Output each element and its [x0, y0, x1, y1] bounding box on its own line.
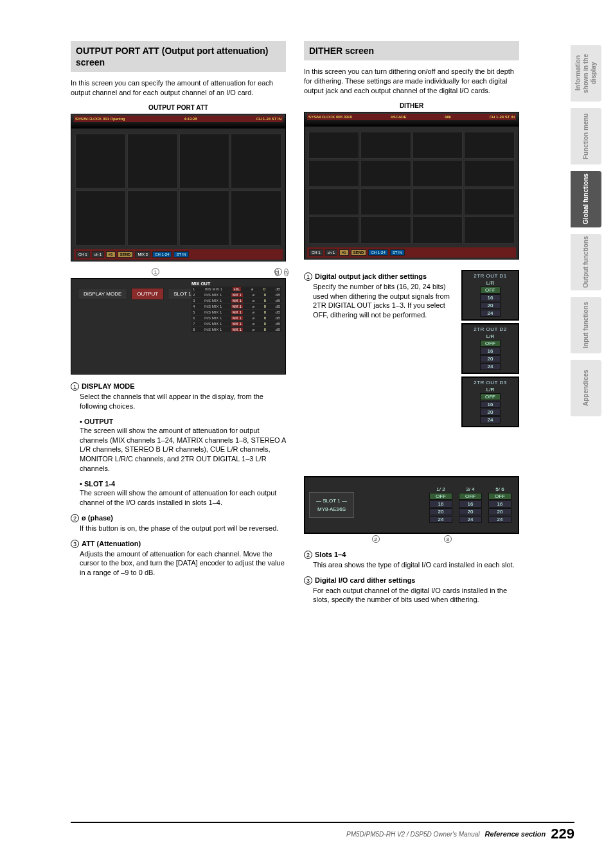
screen-block — [75, 190, 126, 245]
dither-panel-d1: 2TR OUT D1 L/R OFF 16 20 24 — [461, 270, 519, 321]
io-dither-text: For each output channel of the digital I… — [304, 586, 519, 605]
mix-out-table: MIX OUT 1INS MIX 1stILø0dB 2INS MIX 1MX … — [191, 281, 281, 332]
screen-block — [231, 190, 281, 245]
dither-screenshot: SYS/W.CLOCK 006 0310 ASCADE 96k CH 1-24 … — [304, 112, 519, 260]
footer-mix2: MIX 2 — [135, 251, 150, 258]
tab-function-menu[interactable]: Function menu — [571, 108, 601, 164]
dither-item1-wrap: 1Digital output jack dither settings Spe… — [304, 267, 519, 432]
slot-zoom: — SLOT 1 — MY8-AE96S 1/ 2 OFF 16 20 24 3… — [304, 476, 519, 534]
dither-intro: In this screen you can turn dithering on… — [304, 67, 519, 96]
output-port-att-figure: OUTPUT PORT ATT SYS/W.CLOCK 001 Opening … — [71, 104, 286, 261]
output-option-head: OUTPUT — [80, 418, 286, 425]
mix-row: 1INS MIX 1stILø0dB — [191, 287, 281, 292]
display-mode-label: DISPLAY MODE — [78, 288, 127, 300]
panel-off[interactable]: OFF — [480, 287, 501, 294]
screen-block — [127, 134, 178, 189]
page: OUTPUT PORT ATT (Output port attenuation… — [0, 0, 613, 868]
footer-page: 229 — [551, 826, 574, 842]
screen-meter: CH 1-24 ST IN — [256, 116, 281, 122]
footer-ch: CH 1 — [76, 251, 90, 258]
screen-block — [127, 190, 178, 245]
dither-item1-text: 1Digital output jack dither settings Spe… — [304, 267, 451, 432]
tab-output-functions[interactable]: Output functions — [571, 234, 601, 290]
mix-row: 8INS MIX 1MX 1ø0dB — [191, 327, 281, 332]
screen-block — [179, 134, 230, 189]
zoom-left: DISPLAY MODE OUTPUT SLOT 1-4 — [75, 284, 204, 304]
phase-text: If this button is on, the phase of the o… — [71, 524, 286, 533]
panel-title: 2TR OUT D1 — [465, 273, 515, 279]
callout-1: 1 — [152, 268, 159, 276]
display-mode-options: OUTPUT The screen will show the amount o… — [71, 418, 286, 508]
dither-screen-title: SYS/W.CLOCK 006 0310 — [308, 114, 352, 120]
mix-out-header: MIX OUT — [191, 281, 281, 286]
tab-input-functions[interactable]: Input functions — [571, 297, 601, 353]
mix-row: 3INS MIX 1MX 1ø0dB — [191, 298, 281, 303]
mix-row: 2INS MIX 1MX 1ø0dB — [191, 292, 281, 297]
panel-16[interactable]: 16 — [480, 294, 501, 301]
mix-row: 4INS MIX 1MX 1ø0dB — [191, 304, 281, 309]
footer-id: #1 — [106, 251, 116, 258]
output-port-att-zoom: DISPLAY MODE OUTPUT SLOT 1-4 MIX OUT 1IN… — [71, 278, 286, 375]
content-columns: OUTPUT PORT ATT (Output port attenuation… — [71, 41, 555, 611]
tab-global-functions[interactable]: Global functions — [571, 171, 601, 227]
bit-col-2: 3/ 4 OFF 16 20 24 — [456, 486, 484, 524]
dither-figure: DITHER SYS/W.CLOCK 006 0310 ASCADE 96k C… — [304, 102, 519, 260]
panel-lr: L/R — [465, 280, 515, 286]
screen-title: SYS/W.CLOCK 001 Opening — [75, 116, 125, 122]
slot-callouts: 2 3 — [304, 535, 519, 543]
dither-header-band: SYS/W.CLOCK 006 0310 ASCADE 96k CH 1-24 … — [307, 114, 516, 120]
dither-panel-d2: 2TR OUT D2 L/R OFF 16 20 24 — [461, 323, 519, 374]
output-port-att-zoom-figure: 1 2 3 DISPLAY MODE OUTPUT SLOT 1-4 MIX O… — [71, 269, 286, 375]
att-text: Adjusts the amount of attenuation for ea… — [71, 549, 286, 578]
att-heading: 3ATT (Attenuation) — [71, 540, 286, 548]
dither-topbar: SYS/W.CLOCK 006 0310 ASCADE 96k CH 1-24 … — [305, 112, 519, 127]
mix-row: 7INS MIX 1MX 1ø0dB — [191, 321, 281, 326]
dither-footer-band: CH 1 ch 1 #1 SEND CH 1-24 ST IN — [307, 247, 516, 258]
footer-send: SEND — [118, 251, 134, 258]
output-button[interactable]: OUTPUT — [131, 288, 164, 300]
slot-label: — SLOT 1 — MY8-AE96S — [309, 492, 354, 518]
dither-panels: 2TR OUT D1 L/R OFF 16 20 24 2TR OUT D2 L… — [461, 270, 519, 430]
dither-figure-label: DITHER — [304, 102, 519, 109]
panel-24[interactable]: 24 — [480, 310, 501, 317]
display-mode-heading: 1DISPLAY MODE — [71, 382, 286, 391]
callout-3: 3 — [284, 269, 288, 276]
display-mode-text: Select the channels that will appear in … — [71, 392, 286, 411]
screen-body — [75, 134, 281, 245]
slots-text: This area shows the type of digital I/O … — [304, 560, 519, 570]
dither-fs: 96k — [445, 114, 451, 120]
left-column: OUTPUT PORT ATT (Output port attenuation… — [71, 41, 286, 611]
footer-inputch: CH 1-24 — [152, 251, 172, 258]
footer-chlo: ch 1 — [92, 251, 104, 258]
tab-appendices[interactable]: Appendices — [571, 360, 601, 416]
dither-panel-d3: 2TR OUT D3 L/R OFF 16 20 24 — [461, 376, 519, 427]
screen-topbar: SYS/W.CLOCK 001 Opening 4:43:28 CH 1-24 … — [71, 114, 285, 128]
slot-zoom-figure: — SLOT 1 — MY8-AE96S 1/ 2 OFF 16 20 24 3… — [304, 476, 519, 543]
callout-3: 3 — [444, 535, 452, 543]
output-option-text: The screen will show the amount of atten… — [80, 426, 286, 474]
digital-output-jack-heading: 1Digital output jack dither settings — [304, 272, 451, 281]
screen-block — [75, 134, 126, 189]
mix-row: 5INS MIX 1MX 1ø0dB — [191, 310, 281, 315]
slot-option-head: SLOT 1-4 — [80, 480, 286, 488]
right-column: DITHER screen In this screen you can tur… — [304, 41, 519, 611]
panel-20[interactable]: 20 — [480, 302, 501, 309]
slot-option-text: The screen will show the amount of atten… — [80, 488, 286, 508]
footer-stin: ST IN — [173, 251, 188, 258]
footer-section: Reference section — [485, 830, 546, 838]
tab-info-display[interactable]: Information shown in the display — [571, 45, 601, 102]
callout-2: 2 — [275, 269, 279, 276]
callout-2: 2 — [372, 535, 380, 543]
dither-cascade: ASCADE — [391, 114, 407, 120]
zoom-callouts: 1 2 3 — [71, 268, 286, 277]
bit-col-1: 1/ 2 OFF 16 20 24 — [427, 486, 455, 524]
screen-time: 4:43:28 — [184, 116, 197, 122]
digital-output-jack-text: Specify the number of bits (16, 20, 24 b… — [304, 282, 451, 320]
footer-model: PM5D/PM5D-RH V2 / DSP5D Owner's Manual — [346, 831, 480, 838]
screen-block — [231, 134, 281, 189]
output-port-att-screenshot: SYS/W.CLOCK 001 Opening 4:43:28 CH 1-24 … — [71, 114, 286, 261]
screen-header-band: SYS/W.CLOCK 001 Opening 4:43:28 CH 1-24 … — [74, 116, 283, 122]
dither-meter: CH 1-24 ST IN — [490, 114, 515, 120]
phase-heading: 2ø (phase) — [71, 514, 286, 522]
bit-col-3: 5/ 6 OFF 16 20 24 — [486, 486, 514, 524]
